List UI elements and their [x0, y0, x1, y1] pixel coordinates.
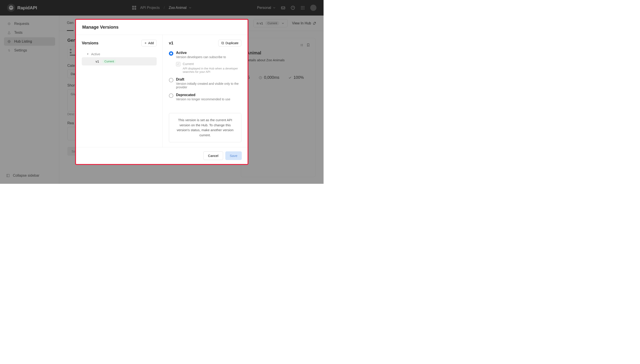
- duplicate-button[interactable]: Duplicate: [218, 40, 241, 46]
- versions-list-panel: Versions Add ▼ Active v1 Current: [76, 35, 163, 147]
- modal-overlay[interactable]: Manage Versions Versions Add ▼ Active v1…: [0, 0, 324, 184]
- caret-down-icon: ▼: [87, 53, 89, 55]
- manage-versions-modal: Manage Versions Versions Add ▼ Active v1…: [75, 19, 249, 165]
- status-deprecated-option[interactable]: Deprecated Version no longer recommended…: [169, 93, 241, 104]
- version-detail-panel: v1 Duplicate Active Version developers c…: [163, 35, 248, 147]
- current-badge: Current: [102, 59, 116, 64]
- current-desc: API displayed in the Hub when a develope…: [176, 67, 241, 74]
- modal-footer: Cancel Save: [76, 147, 248, 164]
- status-draft-option[interactable]: Draft Version initially created and visi…: [169, 78, 241, 92]
- radio-icon: [169, 94, 173, 98]
- radio-icon: [169, 78, 173, 82]
- info-message: This version is set as the current API v…: [169, 113, 241, 142]
- current-checkbox[interactable]: ✓ Current: [176, 62, 241, 66]
- svg-rect-25: [222, 42, 224, 44]
- version-item-v1[interactable]: v1 Current: [82, 57, 157, 66]
- svg-rect-26: [222, 42, 223, 44]
- version-detail-title: v1: [169, 41, 173, 46]
- plus-icon: [144, 42, 147, 44]
- modal-title: Manage Versions: [76, 20, 248, 35]
- add-version-button[interactable]: Add: [141, 40, 157, 46]
- version-group-active[interactable]: ▼ Active: [82, 51, 157, 57]
- save-button[interactable]: Save: [225, 151, 242, 160]
- cancel-button[interactable]: Cancel: [203, 151, 223, 160]
- status-active-option[interactable]: Active Version developers can subscribe …: [169, 51, 241, 76]
- duplicate-icon: [221, 42, 224, 44]
- checkbox-icon: ✓: [176, 62, 180, 66]
- versions-heading: Versions: [82, 41, 98, 46]
- radio-selected-icon: [169, 51, 173, 56]
